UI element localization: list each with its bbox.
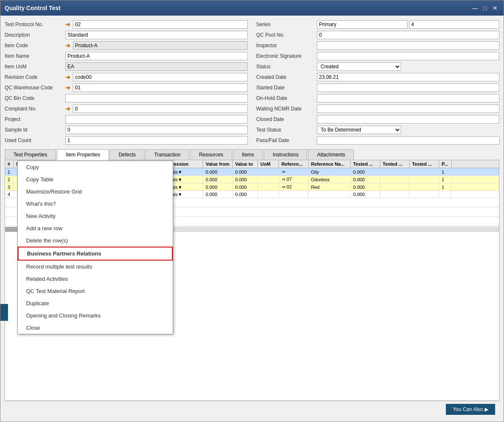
tab-defects[interactable]: Defects bbox=[110, 149, 145, 160]
col-uom: UoM bbox=[258, 160, 279, 168]
sidebar-accent bbox=[0, 304, 8, 321]
input-closed-date[interactable] bbox=[317, 115, 499, 124]
input-created-date[interactable] bbox=[317, 73, 499, 81]
context-menu-new-activity[interactable]: New Activity bbox=[18, 210, 173, 222]
form-row-item-code: Item Code ➔ bbox=[5, 41, 248, 50]
col-tested3: Tested ... bbox=[410, 160, 439, 168]
input-item-uom[interactable] bbox=[65, 62, 248, 71]
cell: 2 bbox=[5, 176, 13, 183]
tab-resources[interactable]: Resources bbox=[190, 149, 232, 160]
cell bbox=[410, 191, 439, 198]
left-form: Test Protocol No. ➔ Description Item Cod… bbox=[5, 20, 248, 145]
input-inspector[interactable] bbox=[317, 41, 499, 50]
input-qc-bin[interactable] bbox=[65, 94, 248, 102]
input-revision-code[interactable] bbox=[73, 73, 248, 81]
cell: ⇒ 02 bbox=[279, 183, 308, 191]
context-menu-maximize[interactable]: Maximize/Restore Grid bbox=[18, 185, 173, 198]
col-tested1: Tested ... bbox=[351, 160, 380, 168]
cell bbox=[258, 183, 279, 191]
context-menu-qc-report[interactable]: QC Test Material Report bbox=[18, 285, 173, 297]
select-status[interactable]: Created Started Closed bbox=[317, 62, 401, 71]
tab-transaction[interactable]: Transaction bbox=[145, 149, 189, 160]
cell bbox=[258, 176, 279, 183]
tab-test-properties[interactable]: Test Properties bbox=[5, 149, 56, 160]
cell: 0.000 bbox=[351, 183, 380, 191]
label-description: Description bbox=[5, 32, 64, 38]
input-pass-fail-date[interactable] bbox=[317, 136, 499, 145]
context-menu-business-partners[interactable]: Business Partners Relations bbox=[18, 247, 173, 261]
form-row-waiting-ncmr: Waiting NCMR Date bbox=[256, 104, 499, 113]
cell: 0.000 bbox=[233, 183, 258, 191]
you-can-also-label: You Can Also bbox=[453, 406, 483, 412]
form-row-item-uom: Item UoM bbox=[5, 62, 248, 71]
cell bbox=[308, 191, 351, 198]
cell: 1 bbox=[439, 168, 452, 175]
form-row-test-status: Test Status To Be Determined Pass Fail bbox=[256, 125, 499, 134]
context-menu-whats-this[interactable]: What's this? bbox=[18, 198, 173, 210]
input-waiting-ncmr[interactable] bbox=[317, 105, 499, 113]
cell: 0.000 bbox=[233, 176, 258, 183]
form-section: Test Protocol No. ➔ Description Item Cod… bbox=[5, 20, 499, 145]
label-qc-warehouse: QC Warehouse Code bbox=[5, 85, 64, 91]
arrow-revision-code: ➔ bbox=[65, 74, 70, 81]
input-onhold-date[interactable] bbox=[317, 94, 499, 102]
label-complaint: Complaint No. bbox=[5, 106, 64, 112]
input-series[interactable] bbox=[317, 20, 407, 29]
close-button[interactable]: ✕ bbox=[491, 4, 499, 12]
maximize-button[interactable]: □ bbox=[481, 4, 489, 12]
tab-item-properties[interactable]: Item Properties bbox=[57, 149, 109, 160]
form-row-complaint: Complaint No. ➔ bbox=[5, 104, 248, 113]
cell: 1 bbox=[5, 168, 13, 175]
context-menu-opening-closing[interactable]: Opening and Closing Remarks bbox=[18, 309, 173, 322]
form-row-qc-bin: QC Bin Code bbox=[5, 94, 248, 103]
tab-instructions[interactable]: Instructions bbox=[264, 149, 307, 160]
select-test-status[interactable]: To Be Determined Pass Fail bbox=[317, 126, 401, 134]
main-window: Quality Control Test — □ ✕ Test Protocol… bbox=[0, 0, 504, 422]
context-menu: Copy Copy Table Maximize/Restore Grid Wh… bbox=[17, 161, 173, 334]
cell bbox=[279, 191, 308, 198]
context-menu-add-row[interactable]: Add a new row bbox=[18, 222, 173, 234]
input-item-code[interactable] bbox=[73, 41, 248, 50]
input-description[interactable] bbox=[65, 31, 248, 39]
tab-items[interactable]: Items bbox=[233, 149, 263, 160]
cell bbox=[380, 183, 410, 191]
input-qc-warehouse[interactable] bbox=[73, 83, 248, 92]
context-menu-copy-table[interactable]: Copy Table bbox=[18, 173, 173, 185]
input-started-date[interactable] bbox=[317, 83, 499, 92]
context-menu-copy[interactable]: Copy bbox=[18, 161, 173, 173]
arrow-item-code: ➔ bbox=[65, 42, 70, 49]
minimize-button[interactable]: — bbox=[471, 4, 479, 12]
arrow-test-protocol: ➔ bbox=[65, 21, 70, 28]
label-test-status: Test Status bbox=[256, 127, 315, 133]
col-p: P... bbox=[439, 160, 452, 168]
context-menu-record-multiple[interactable]: Record multiple test results bbox=[18, 261, 173, 273]
label-revision-code: Revision Code bbox=[5, 74, 64, 80]
cell: 0.000 bbox=[233, 191, 258, 198]
input-item-name[interactable] bbox=[65, 52, 248, 60]
cell bbox=[410, 176, 439, 183]
tab-attachments[interactable]: Attachments bbox=[308, 149, 354, 160]
context-menu-related-activities[interactable]: Related Activities bbox=[18, 273, 173, 285]
form-row-used-count: Used Count bbox=[5, 136, 248, 145]
context-menu-duplicate[interactable]: Duplicate bbox=[18, 297, 173, 309]
input-qc-pool[interactable] bbox=[317, 31, 499, 39]
label-closed-date: Closed Date bbox=[256, 116, 315, 122]
context-menu-delete-row[interactable]: Delete the row(s) bbox=[18, 234, 173, 247]
label-onhold-date: On-Hold Date bbox=[256, 95, 315, 101]
you-can-also-button[interactable]: You Can Also ▶ bbox=[446, 404, 495, 415]
input-sample-id[interactable] bbox=[65, 126, 248, 134]
label-item-code: Item Code bbox=[5, 43, 64, 48]
form-row-qc-warehouse: QC Warehouse Code ➔ bbox=[5, 83, 248, 92]
input-esig[interactable] bbox=[317, 52, 499, 60]
input-series-num[interactable] bbox=[409, 20, 500, 29]
label-item-uom: Item UoM bbox=[5, 64, 64, 70]
form-row-inspector: Inspector bbox=[256, 41, 499, 50]
input-used-count[interactable] bbox=[65, 136, 248, 145]
input-project[interactable] bbox=[65, 115, 248, 124]
cell: 0.000 bbox=[351, 176, 380, 183]
input-complaint[interactable] bbox=[73, 105, 248, 113]
label-sample-id: Sample Id bbox=[5, 127, 64, 133]
context-menu-close[interactable]: Close bbox=[18, 322, 173, 334]
window-title: Quality Control Test bbox=[5, 5, 61, 11]
input-test-protocol[interactable] bbox=[73, 20, 248, 29]
